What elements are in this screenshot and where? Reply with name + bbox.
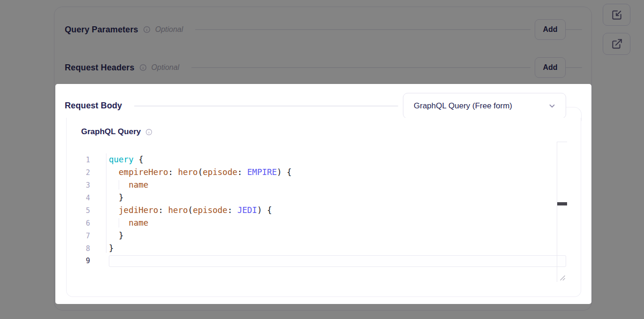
query-parameters-title: Query Parameters — [65, 25, 138, 35]
graphql-query-label-row: GraphQL Query — [81, 127, 152, 137]
line-code: } — [109, 191, 124, 204]
add-query-parameter-button[interactable]: Add — [535, 19, 566, 40]
code-line[interactable]: 5 jediHero: hero(episode: JEDI) { — [67, 204, 581, 217]
divider-line — [566, 67, 582, 68]
graphql-query-label: GraphQL Query — [81, 127, 141, 137]
indent-guide — [119, 218, 119, 228]
resize-handle-icon[interactable] — [559, 274, 566, 283]
section-request-body: Request Body GraphQL Query (Free form) — [65, 93, 566, 119]
external-link-icon — [611, 38, 623, 50]
info-icon[interactable] — [143, 26, 151, 33]
code-lines[interactable]: 1query {2 empireHero: hero(episode: EMPI… — [67, 153, 581, 267]
line-code: name — [109, 217, 148, 229]
editor-scrollbar-thumb[interactable] — [557, 202, 567, 205]
line-number: 9 — [67, 255, 90, 267]
line-number: 3 — [67, 179, 90, 192]
line-code: name — [109, 179, 148, 191]
section-query-parameters: Query Parameters Optional Add — [65, 19, 582, 40]
info-icon[interactable] — [145, 129, 152, 136]
add-request-header-button[interactable]: Add — [535, 57, 566, 78]
line-code: } — [109, 229, 124, 242]
active-line-cursor-box[interactable] — [109, 255, 566, 267]
optional-label: Optional — [155, 25, 183, 34]
import-code-button[interactable] — [603, 4, 630, 26]
line-code: query { — [109, 153, 144, 166]
line-number: 2 — [67, 167, 90, 179]
request-body-title: Request Body — [65, 101, 122, 111]
line-number: 4 — [67, 192, 90, 205]
code-line[interactable]: 8} — [67, 242, 581, 255]
body-type-select[interactable]: GraphQL Query (Free form) — [403, 93, 566, 119]
request-config-card: Query Parameters Optional Add Request He… — [54, 7, 592, 311]
line-number: 1 — [67, 154, 90, 167]
editor-scrollbar-track — [557, 142, 567, 142]
divider-line — [195, 29, 535, 30]
code-line[interactable]: 3 name — [67, 179, 581, 191]
code-line[interactable]: 6 name — [67, 217, 581, 229]
code-line[interactable]: 1query { — [67, 153, 581, 166]
line-number: 6 — [67, 217, 90, 230]
line-number: 5 — [67, 205, 90, 217]
code-line[interactable]: 4 } — [67, 191, 581, 204]
editor-scrollbar-track — [557, 142, 557, 282]
line-code: empireHero: hero(episode: EMPIRE) { — [109, 166, 292, 179]
section-request-headers: Request Headers Optional Add — [65, 57, 582, 78]
page-root: Query Parameters Optional Add Request He… — [0, 0, 644, 319]
line-code: jediHero: hero(episode: JEDI) { — [109, 204, 272, 217]
optional-label: Optional — [152, 63, 180, 72]
line-number: 7 — [67, 230, 90, 243]
chevron-down-icon — [548, 102, 556, 110]
body-type-selected-value: GraphQL Query (Free form) — [414, 101, 512, 111]
line-code: } — [109, 242, 114, 255]
info-icon[interactable] — [139, 64, 147, 71]
code-line[interactable]: 9 — [67, 255, 581, 267]
code-line[interactable]: 7 } — [67, 229, 581, 242]
divider-line — [191, 67, 535, 68]
request-headers-title: Request Headers — [65, 63, 135, 73]
open-external-button[interactable] — [603, 33, 630, 55]
graphql-query-card: GraphQL Query 1query {2 empireHero: hero… — [66, 118, 581, 297]
import-icon — [611, 9, 623, 21]
line-number: 8 — [67, 243, 90, 255]
indent-guide — [119, 180, 119, 190]
divider-line — [566, 29, 582, 30]
code-line[interactable]: 2 empireHero: hero(episode: EMPIRE) { — [67, 166, 581, 179]
divider-line — [134, 106, 398, 106]
